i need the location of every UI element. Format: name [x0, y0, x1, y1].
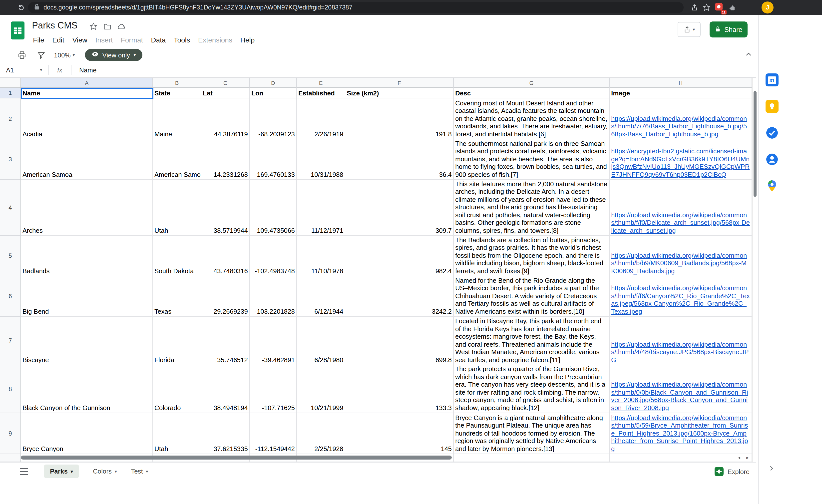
menu-edit[interactable]: Edit: [48, 34, 68, 45]
cell-c7[interactable]: 35.746512: [201, 317, 250, 365]
horizontal-scrollbar-thumb[interactable]: [21, 456, 452, 460]
row-header-8[interactable]: 8: [0, 365, 21, 413]
column-header-h[interactable]: H: [609, 78, 752, 88]
menu-insert[interactable]: Insert: [91, 34, 117, 45]
filter-icon[interactable]: [35, 49, 47, 61]
explore-button[interactable]: Explore: [715, 465, 750, 478]
cell-a2[interactable]: Acadia: [21, 98, 153, 139]
cell-a6[interactable]: Big Bend: [21, 276, 153, 317]
hide-side-panel-icon[interactable]: [767, 464, 776, 473]
view-only-button[interactable]: View only ▾: [85, 49, 142, 61]
sheet-tab-parks[interactable]: Parks▾: [44, 465, 79, 478]
sheet-tab-test[interactable]: Test▾: [131, 468, 148, 475]
cell-h3[interactable]: https://encrypted-tbn2.gstatic.com/licen…: [609, 139, 752, 180]
cell-g5[interactable]: The Badlands are a collection of buttes,…: [454, 236, 609, 276]
cell-c1[interactable]: Lat: [201, 88, 250, 98]
url-bar[interactable]: docs.google.com/spreadsheets/d/1gjttBIT4…: [28, 2, 684, 13]
cell-b8[interactable]: Colorado: [153, 365, 201, 413]
star-document-icon[interactable]: [89, 22, 98, 31]
collapse-toolbar-icon[interactable]: [744, 49, 754, 59]
image-link[interactable]: https://upload.wikimedia.org/wikipedia/c…: [611, 251, 750, 275]
cell-g3[interactable]: The southernmost national park is on thr…: [454, 139, 609, 180]
cell-e4[interactable]: 11/12/1971: [297, 180, 345, 236]
cell-b3[interactable]: American Samoa: [153, 139, 201, 180]
cell-b6[interactable]: Texas: [153, 276, 201, 317]
zoom-select[interactable]: 100% ▾: [54, 51, 75, 59]
cell-f6[interactable]: 3242.2: [345, 276, 454, 317]
cell-g6[interactable]: Named for the Bend of the Rio Grande alo…: [454, 276, 609, 317]
scroll-left-icon[interactable]: ◄: [737, 455, 742, 460]
menu-file[interactable]: File: [29, 34, 48, 45]
print-icon[interactable]: [16, 49, 28, 61]
cell-a8[interactable]: Black Canyon of the Gunnison: [21, 365, 153, 413]
cell-b7[interactable]: Florida: [153, 317, 201, 365]
horizontal-scrollbar[interactable]: ◄ ►: [21, 455, 752, 461]
share-export-button[interactable]: ▾: [678, 22, 701, 37]
image-link[interactable]: https://upload.wikimedia.org/wikipedia/c…: [611, 211, 750, 234]
share-page-icon[interactable]: [690, 2, 700, 12]
cell-d8[interactable]: -107.71625: [250, 365, 297, 413]
cell-f9[interactable]: 145: [345, 413, 454, 454]
cell-a4[interactable]: Arches: [21, 180, 153, 236]
cell-d2[interactable]: -68.2039123: [250, 98, 297, 139]
extensions-puzzle-icon[interactable]: [728, 2, 738, 12]
cell-b4[interactable]: Utah: [153, 180, 201, 236]
row-header-7[interactable]: 7: [0, 317, 21, 365]
browser-profile-avatar[interactable]: J: [762, 1, 774, 13]
calendar-icon[interactable]: 31: [766, 73, 779, 86]
cell-f5[interactable]: 982.4: [345, 236, 454, 276]
cell-e6[interactable]: 6/12/1944: [297, 276, 345, 317]
scroll-right-icon[interactable]: ►: [745, 455, 750, 460]
formula-input[interactable]: Name: [71, 66, 96, 74]
cell-c8[interactable]: 38.4948194: [201, 365, 250, 413]
keep-icon[interactable]: [766, 100, 779, 113]
column-header-d[interactable]: D: [250, 78, 297, 88]
cell-f1[interactable]: Size (km2): [345, 88, 454, 98]
tasks-icon[interactable]: [766, 126, 779, 139]
cell-c3[interactable]: -14.2331268: [201, 139, 250, 180]
cell-d6[interactable]: -103.2201828: [250, 276, 297, 317]
cell-e9[interactable]: 2/25/1928: [297, 413, 345, 454]
row-header-2[interactable]: 2: [0, 98, 21, 139]
cell-e5[interactable]: 11/10/1978: [297, 236, 345, 276]
cell-e1[interactable]: Established: [297, 88, 345, 98]
cell-h9[interactable]: https://upload.wikimedia.org/wikipedia/c…: [609, 413, 752, 454]
image-link[interactable]: https://upload.wikimedia.org/wikipedia/c…: [611, 284, 750, 315]
cell-h1[interactable]: Image: [609, 88, 752, 98]
cell-f3[interactable]: 36.4: [345, 139, 454, 180]
cell-d1[interactable]: Lon: [250, 88, 297, 98]
row-header-5[interactable]: 5: [0, 236, 21, 276]
name-box[interactable]: A1: [0, 66, 40, 74]
row-header-partial[interactable]: [0, 454, 21, 462]
cell-c4[interactable]: 38.5719944: [201, 180, 250, 236]
all-sheets-menu-icon[interactable]: [19, 466, 29, 476]
cell-b5[interactable]: South Dakota: [153, 236, 201, 276]
cell-d7[interactable]: -39.462891: [250, 317, 297, 365]
contacts-icon[interactable]: [766, 153, 779, 166]
cell-e3[interactable]: 10/31/1988: [297, 139, 345, 180]
column-header-f[interactable]: F: [345, 78, 454, 88]
cell-h4[interactable]: https://upload.wikimedia.org/wikipedia/c…: [609, 180, 752, 236]
cell-d4[interactable]: -109.4735066: [250, 180, 297, 236]
cell-f7[interactable]: 699.8: [345, 317, 454, 365]
menu-view[interactable]: View: [68, 34, 91, 45]
cell-d9[interactable]: -112.1549442: [250, 413, 297, 454]
cell-g4[interactable]: This site features more than 2,000 natur…: [454, 180, 609, 236]
select-all-corner[interactable]: [0, 78, 21, 88]
column-header-c[interactable]: C: [201, 78, 250, 88]
reload-icon[interactable]: [16, 2, 26, 12]
cell-g9[interactable]: Bryce Canyon is a giant natural amphithe…: [454, 413, 609, 454]
cell-b9[interactable]: Utah: [153, 413, 201, 454]
cell-c9[interactable]: 37.6215335: [201, 413, 250, 454]
cell-h8[interactable]: https://upload.wikimedia.org/wikipedia/c…: [609, 365, 752, 413]
cell-b2[interactable]: Maine: [153, 98, 201, 139]
share-button[interactable]: Share: [710, 21, 748, 37]
cell-h7[interactable]: https://upload.wikimedia.org/wikipedia/c…: [609, 317, 752, 365]
bookmark-star-icon[interactable]: [702, 2, 712, 12]
cell-c2[interactable]: 44.3876119: [201, 98, 250, 139]
column-header-b[interactable]: B: [153, 78, 201, 88]
cell-e8[interactable]: 10/21/1999: [297, 365, 345, 413]
cell-a5[interactable]: Badlands: [21, 236, 153, 276]
cell-f2[interactable]: 191.8: [345, 98, 454, 139]
row-header-6[interactable]: 6: [0, 276, 21, 317]
